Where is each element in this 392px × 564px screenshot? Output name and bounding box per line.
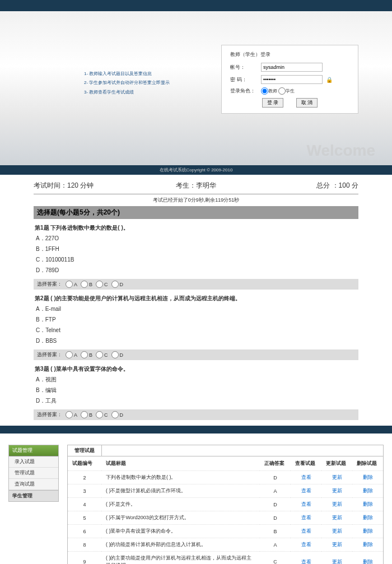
update-link[interactable]: 更新 xyxy=(321,471,352,484)
cell-answer: D xyxy=(260,498,291,511)
col-title: 试题标题 xyxy=(101,456,260,471)
account-label: 帐号： xyxy=(230,64,261,71)
view-link[interactable]: 查看 xyxy=(291,538,321,552)
welcome-text: Welcome xyxy=(307,142,375,160)
col-id: 试题编号 xyxy=(68,456,101,471)
q2-choice-b[interactable] xyxy=(81,351,88,358)
delete-link[interactable]: 删除 xyxy=(352,498,383,511)
delete-link[interactable]: 删除 xyxy=(352,484,383,498)
q2-opt-d: D．BBS xyxy=(35,335,357,346)
update-link[interactable]: 更新 xyxy=(321,525,352,538)
login-panel: 1- 教师输入考试题目以及答案信息 2- 学生参加考试并自动评分和答案立即显示 … xyxy=(0,0,392,165)
q1-stem: 第1题 下列各进制数中最大的数是( )。 xyxy=(35,222,357,233)
admin-panel: 试题管理 录入试题 管理试题 查询试题 学生管理 管理试题 试题编号 试题标题 … xyxy=(0,426,392,564)
q3-choice-c[interactable] xyxy=(96,411,103,418)
sidebar-head-questions: 试题管理 xyxy=(9,445,58,456)
update-link[interactable]: 更新 xyxy=(321,484,352,498)
q3-choice-d[interactable] xyxy=(111,411,119,418)
lock-icon: 🔒 xyxy=(326,77,333,83)
account-input[interactable] xyxy=(261,63,323,72)
q3-opt-d: D．工具 xyxy=(35,395,357,406)
q1-opt-a: A．227O xyxy=(35,233,357,244)
view-link[interactable]: 查看 xyxy=(291,484,321,498)
login-tips: 1- 教师输入考试题目以及答案信息 2- 学生参加考试并自动评分和答案立即显示 … xyxy=(84,70,170,97)
cell-answer: B xyxy=(260,525,291,538)
role-teacher-text: 教师 xyxy=(268,88,277,94)
view-link[interactable]: 查看 xyxy=(291,471,321,484)
cell-title: ( )不是文件。 xyxy=(101,498,260,511)
password-label: 密 码： xyxy=(230,76,261,83)
tip-line: 2- 学生参加考试并自动评分和答案立即显示 xyxy=(84,79,170,87)
exam-block-title: 选择题(每小题5分，共20个) xyxy=(34,206,358,219)
login-footer: 在线考试系统Copyright © 2009-2010 xyxy=(0,165,392,175)
sidebar-item-query[interactable]: 查询试题 xyxy=(9,479,58,490)
q1-choice-c[interactable] xyxy=(96,281,103,288)
delete-link[interactable]: 删除 xyxy=(352,525,383,538)
q3-choice-b[interactable] xyxy=(81,411,88,418)
delete-link[interactable]: 删除 xyxy=(352,538,383,552)
exam-candidate: 考生：李明华 xyxy=(142,181,250,190)
sidebar: 试题管理 录入试题 管理试题 查询试题 学生管理 xyxy=(8,445,59,502)
delete-link[interactable]: 删除 xyxy=(352,471,383,484)
table-row: 4( )不是文件。D查看更新删除 xyxy=(68,498,383,511)
col-update: 更新试题 xyxy=(321,456,352,471)
role-student-radio[interactable] xyxy=(278,87,286,95)
q3-opt-b: B．编辑 xyxy=(35,385,357,395)
login-top-bar xyxy=(0,0,392,11)
q1-opt-c: C．10100011B xyxy=(35,254,357,265)
delete-link[interactable]: 删除 xyxy=(352,511,383,525)
sidebar-head-students[interactable]: 学生管理 xyxy=(9,490,58,501)
col-delete: 删除试题 xyxy=(352,456,383,471)
view-link[interactable]: 查看 xyxy=(291,498,321,511)
col-answer: 正确答案 xyxy=(260,456,291,471)
q2-choice-d[interactable] xyxy=(111,351,119,358)
update-link[interactable]: 更新 xyxy=(321,511,352,525)
login-body: 1- 教师输入考试题目以及答案信息 2- 学生参加考试并自动评分和答案立即显示 … xyxy=(0,11,392,165)
view-link[interactable]: 查看 xyxy=(291,552,321,565)
q1-choice-b[interactable] xyxy=(81,281,88,288)
sel-prefix: 选择答案： xyxy=(37,411,62,418)
answer-bar-3: 选择答案： A B C D xyxy=(34,409,358,420)
role-teacher-radio[interactable] xyxy=(261,87,268,95)
q2-opt-a: A．E-mail xyxy=(35,304,357,314)
cell-answer: A xyxy=(260,538,291,552)
cell-id: 8 xyxy=(68,538,101,552)
cell-answer: D xyxy=(260,471,291,484)
tab-manage[interactable]: 管理试题 xyxy=(68,445,102,456)
table-row: 5( )不属于Word2003的文档打开方式。D查看更新删除 xyxy=(68,511,383,525)
cell-title: ( )的主要功能是使用户的计算机与远程主机相连，从而成为远程主机的终端。 xyxy=(101,552,260,565)
cell-title: ( )菜单中具有设置字体的命令。 xyxy=(101,525,260,538)
view-link[interactable]: 查看 xyxy=(291,525,321,538)
exam-panel: 考试时间：120 分钟 考生：李明华 总分 ：100 分 考试已经开始了0分9秒… xyxy=(0,175,392,426)
password-input[interactable] xyxy=(261,75,323,84)
login-button[interactable]: 登 录 xyxy=(262,98,284,108)
tip-line: 3- 教师查看学生考试成绩 xyxy=(84,88,170,96)
q1-choice-d[interactable] xyxy=(111,281,119,288)
update-link[interactable]: 更新 xyxy=(321,498,352,511)
cell-id: 6 xyxy=(68,525,101,538)
q3-stem: 第3题 ( )菜单中具有设置字体的命令。 xyxy=(35,363,357,374)
exam-total: 总分 ：100 分 xyxy=(250,181,358,190)
cell-answer: A xyxy=(260,484,291,498)
table-row: 6( )菜单中具有设置字体的命令。B查看更新删除 xyxy=(68,525,383,538)
q2-choice-a[interactable] xyxy=(66,351,73,358)
update-link[interactable]: 更新 xyxy=(321,552,352,565)
role-label: 登录角色： xyxy=(230,87,261,95)
update-link[interactable]: 更新 xyxy=(321,538,352,552)
view-link[interactable]: 查看 xyxy=(291,511,321,525)
sidebar-item-manage[interactable]: 管理试题 xyxy=(9,468,58,479)
cancel-button[interactable]: 取 消 xyxy=(296,98,318,108)
q2-opt-b: B．FTP xyxy=(35,314,357,325)
q1-opt-d: D．789D xyxy=(35,265,357,276)
col-view: 查看试题 xyxy=(291,456,321,471)
role-student-text: 学生 xyxy=(286,88,295,94)
q3-choice-a[interactable] xyxy=(66,411,73,418)
table-row: 8( )的功能是将计算机外部的信息送入计算机。A查看更新删除 xyxy=(68,538,383,552)
sidebar-item-input[interactable]: 录入试题 xyxy=(9,456,58,468)
q2-choice-c[interactable] xyxy=(96,351,103,358)
q1-choice-a[interactable] xyxy=(66,281,73,288)
delete-link[interactable]: 删除 xyxy=(352,552,383,565)
cell-title: ( )不是微型计算机必须的工作环境。 xyxy=(101,484,260,498)
login-title: 教师（学生）登录 xyxy=(230,51,349,58)
table-row: 2下列各进制数中最大的数是( )。D查看更新删除 xyxy=(68,471,383,484)
